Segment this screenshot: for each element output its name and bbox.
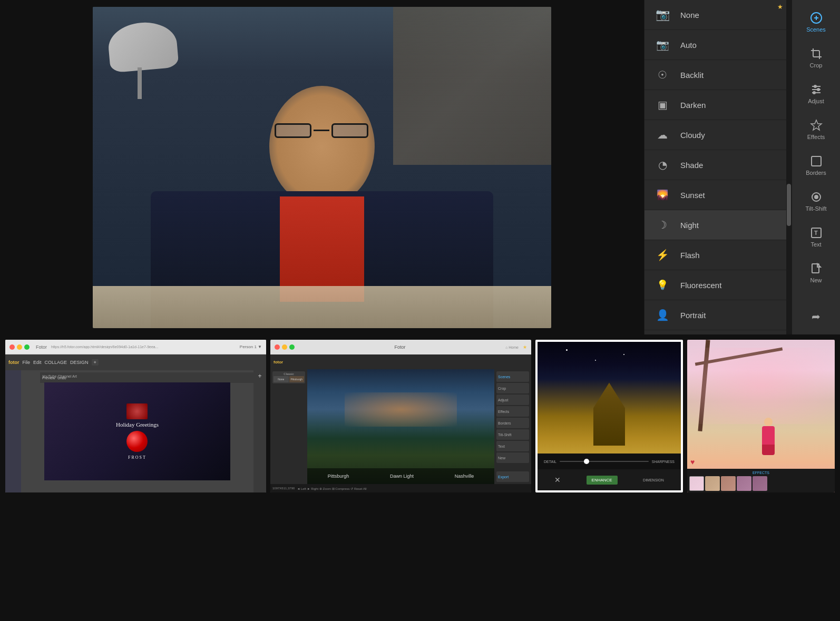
scene-item-flash[interactable]: ⚡ Flash (644, 240, 786, 270)
scene-label-backlit: Backlit (680, 71, 704, 80)
auto-icon: 📷 (653, 37, 672, 52)
toolbar-item-new[interactable]: New (795, 256, 837, 290)
thumb4-filter-strip (689, 476, 833, 491)
scene-item-backlit[interactable]: ☉ Backlit (644, 60, 786, 90)
svg-point-4 (814, 85, 816, 87)
scene-label-auto: Auto (680, 41, 697, 50)
toolbar-item-adjust[interactable]: Adjust (795, 77, 837, 111)
thumbnail-photo-editor[interactable]: Fotor ⌂ Home ★ fotor Classic None Pitt (270, 340, 531, 492)
thumb2-effects-btn[interactable]: Effects (496, 406, 529, 417)
portrait-icon: 👤 (653, 308, 672, 322)
thumb2-label-pittsburgh: Pittsburgh (328, 474, 349, 479)
thumb3-dimension: DIMENSION (643, 478, 664, 482)
scenes-panel: 📷 None ★ 📷 Auto ☉ Backlit ▣ Darken ☁ (644, 0, 786, 334)
scene-item-none[interactable]: 📷 None ★ (644, 0, 786, 30)
scenes-toolbar-icon (810, 12, 823, 24)
star-badge: ★ (777, 3, 783, 11)
thumb2-scenes-btn[interactable]: Scenes (496, 371, 529, 382)
text-toolbar-label: Text (810, 241, 821, 248)
thumb1-menu-design: DESIGN (70, 360, 89, 365)
sunset-icon: 🌄 (653, 188, 672, 202)
tiltshift-toolbar-label: Tilt-Shift (806, 205, 827, 212)
crop-toolbar-label: Crop (810, 62, 823, 68)
scene-label-fluorescent: Fluorescent (680, 281, 721, 290)
scene-label-none: None (680, 11, 699, 19)
thumbnail-mobile-effects[interactable]: EFFECTS ♥ (687, 340, 835, 492)
thumbnail-mobile-church[interactable]: ✕ ENHANCE DIMENSION DETAIL SHARPNESS (535, 340, 683, 492)
thumb2-labels-overlay: Pittsburgh Dawn Light Nashville (307, 468, 494, 484)
shade-icon: ◔ (653, 157, 672, 172)
thumb1-ball (126, 431, 148, 452)
scene-label-sunset: Sunset (680, 191, 705, 200)
svg-point-10 (815, 195, 818, 199)
thumb2-home-btn[interactable]: ⌂ Home (505, 346, 519, 349)
scene-item-sunset[interactable]: 🌄 Sunset (644, 180, 786, 210)
scene-label-portrait: Portrait (680, 311, 706, 320)
scene-item-sandsnow[interactable]: 🌴 Sand/Snow (644, 330, 786, 334)
borders-toolbar-icon (810, 155, 823, 167)
bottom-section: Fotor https://h5.fotor.com/app.html#/des… (0, 334, 840, 498)
scene-label-night: Night (680, 221, 699, 230)
thumb4-effects-label: EFFECTS (689, 471, 833, 475)
thumb3-enhance-btn[interactable]: ENHANCE (587, 476, 618, 485)
window-min-dot (17, 344, 22, 350)
toolbar-item-tiltshift[interactable]: Tilt-Shift (795, 184, 837, 218)
thumb2-min-dot (282, 344, 287, 350)
thumb2-landscape-photo: Pittsburgh Dawn Light Nashville (307, 369, 494, 484)
text-toolbar-icon: T (810, 226, 823, 239)
thumb2-borders-btn[interactable]: Borders (496, 418, 529, 428)
thumb1-url: https://h5.fotor.com/app.html#/design/6e… (51, 345, 238, 349)
scene-item-shade[interactable]: ◔ Shade (644, 150, 786, 180)
app-container: 📷 None ★ 📷 Auto ☉ Backlit ▣ Darken ☁ (0, 0, 840, 621)
new-toolbar-icon (810, 262, 823, 275)
scene-label-flash: Flash (680, 251, 700, 260)
thumb1-plus[interactable]: + (92, 359, 99, 366)
thumb2-close-dot (275, 344, 280, 350)
scrollbar-thumb[interactable] (787, 184, 791, 226)
thumb2-new-btn[interactable]: New (496, 452, 529, 463)
toolbar-item-borders[interactable]: Borders (795, 149, 837, 182)
window-max-dot (24, 344, 30, 350)
thumb2-star: ★ (523, 344, 527, 350)
backlit-icon: ☉ (653, 67, 672, 82)
thumb1-menu-file: File (23, 360, 31, 365)
thumb1-canvas-label: YouTube Channel Art (42, 374, 77, 378)
export-icon[interactable]: ➦ (795, 304, 837, 329)
panel-scrollbar[interactable] (786, 0, 792, 334)
toolbar-item-scenes[interactable]: Scenes (795, 5, 837, 39)
thumb2-adjust-btn[interactable]: Adjust (496, 395, 529, 405)
adjust-toolbar-label: Adjust (808, 98, 824, 104)
scene-item-darken[interactable]: ▣ Darken (644, 90, 786, 120)
borders-toolbar-label: Borders (806, 170, 826, 176)
new-toolbar-label: New (810, 277, 822, 283)
thumb2-tiltshift-btn[interactable]: Tilt-Shift (496, 429, 529, 440)
scene-item-auto[interactable]: 📷 Auto (644, 30, 786, 60)
svg-rect-13 (812, 264, 819, 273)
thumb2-label-dawnlight: Dawn Light (390, 474, 414, 479)
scene-item-fluorescent[interactable]: 💡 Fluorescent (644, 270, 786, 300)
thumb2-crop-btn[interactable]: Crop (496, 383, 529, 393)
toolbar-item-text[interactable]: T Text (795, 220, 837, 254)
effects-toolbar-label: Effects (807, 134, 825, 140)
thumb3-close-btn[interactable]: ✕ (554, 476, 561, 484)
scene-item-portrait[interactable]: 👤 Portrait (644, 300, 786, 330)
scene-item-night[interactable]: ☽ Night (644, 210, 786, 240)
svg-rect-8 (812, 156, 821, 166)
export-area: ➦ (795, 303, 837, 330)
cloud-icon: ☁ (653, 127, 672, 142)
top-section: 📷 None ★ 📷 Auto ☉ Backlit ▣ Darken ☁ (0, 0, 840, 334)
thumb1-add-btn[interactable]: + (253, 370, 266, 380)
thumb2-export-btn[interactable]: Export (496, 471, 529, 482)
thumb1-menu-collage: COLLAGE (45, 360, 67, 365)
svg-text:T: T (814, 230, 818, 236)
toolbar-item-crop[interactable]: Crop (795, 41, 837, 75)
thumb2-max-dot (289, 344, 295, 350)
effects-toolbar-icon (810, 119, 823, 132)
thumb2-right-panel: Scenes Crop Adjust Effects Borders Tilt-… (494, 369, 531, 484)
thumbnail-design-editor[interactable]: Fotor https://h5.fotor.com/app.html#/des… (5, 340, 266, 492)
tiltshift-toolbar-icon (810, 191, 823, 203)
thumb2-text-btn[interactable]: Text (496, 441, 529, 451)
toolbar-item-effects[interactable]: Effects (795, 113, 837, 146)
thumb1-info: Person 1 ▼ (240, 344, 262, 349)
scene-item-cloudy[interactable]: ☁ Cloudy (644, 120, 786, 150)
